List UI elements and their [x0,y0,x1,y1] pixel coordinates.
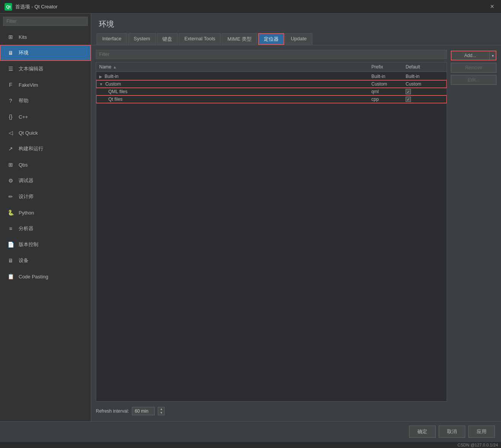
refresh-row: Refresh interval: ▲ ▼ [96,405,447,417]
bottom-bar: 确定 取消 应用 [0,421,501,442]
fakevim-icon: F [6,81,15,89]
tab-mime[interactable]: MIME 类型 [222,33,257,45]
cancel-button[interactable]: 取消 [439,426,465,438]
app-icon: Qt [5,3,12,11]
tree-table: Name ▲ Prefix Default ▶ Built-in [96,62,447,402]
sidebar-item-kits[interactable]: ⊞ Kits [0,29,91,45]
right-pane: Add... ▾ Remove Edit... [451,50,496,417]
add-dropdown-button[interactable]: ▾ [489,51,496,60]
sidebar-label: Qbs [19,162,28,168]
sidebar-item-code-pasting[interactable]: 📋 Code Pasting [0,268,91,284]
table-row-qml[interactable]: QML files qml ✓ [96,88,447,95]
sidebar-label: 帮助 [19,97,29,104]
table-row[interactable]: ▶ Built-in Built-in Built-in [96,73,447,80]
table-row-custom[interactable]: ▼ Custom Custom Custom [96,80,447,88]
tab-external-tools[interactable]: External Tools [179,33,221,45]
sidebar-scroll: ⊞ Kits 🖥 环境 ☰ 文本编辑器 F FakeVim ? 帮助 {} C+… [0,29,91,421]
sidebar-label: 版本控制 [19,241,38,248]
expand-icon: ▶ [99,75,102,79]
sidebar-item-debugger[interactable]: ⚙ 调试器 [0,173,91,189]
sidebar-item-devices[interactable]: 🖥 设备 [0,253,91,268]
sidebar-item-environment[interactable]: 🖥 环境 [0,45,91,61]
tab-update[interactable]: Update [285,33,312,45]
sidebar-item-qt-quick[interactable]: ◁ Qt Quick [0,125,91,141]
title-bar: Qt 首选项 - Qt Creator × [0,0,501,14]
sidebar-item-help[interactable]: ? 帮助 [0,93,91,109]
expand-icon: ▼ [99,82,103,86]
row-name: Custom [105,81,121,87]
tab-interface[interactable]: Interface [97,33,127,45]
sidebar-label: 分析器 [19,225,33,232]
cpp-icon: {} [6,113,15,121]
confirm-button[interactable]: 确定 [409,426,436,438]
sidebar-label: 构建和运行 [19,145,43,152]
main-panel: 环境 InterfaceSystem键盘External ToolsMIME 类… [91,14,501,421]
debugger-icon: ⚙ [6,176,15,185]
refresh-input[interactable] [132,407,155,415]
sidebar-item-build-run[interactable]: ↗ 构建和运行 [0,141,91,157]
sidebar-item-text-editor[interactable]: ☰ 文本编辑器 [0,61,91,77]
sidebar-item-vcs[interactable]: 📄 版本控制 [0,237,91,253]
sidebar-item-fakevim[interactable]: F FakeVim [0,77,91,93]
sidebar-label: C++ [19,114,28,120]
apply-button[interactable]: 应用 [468,426,495,438]
analyzer-icon: ≡ [6,224,15,233]
spinner-down[interactable]: ▼ [158,411,164,415]
remove-button[interactable]: Remove [451,63,496,73]
sidebar-item-python[interactable]: 🐍 Python [0,205,91,221]
checkbox[interactable]: ✓ [406,89,411,94]
row-default: ✓ [406,97,444,102]
sidebar-item-qbs[interactable]: ⊞ Qbs [0,157,91,173]
environment-icon: 🖥 [6,49,15,57]
sidebar-item-designer[interactable]: ✏ 设计师 [0,189,91,205]
qbs-icon: ⊞ [6,160,15,169]
sidebar-filter-input[interactable] [3,17,88,26]
tab-content: Name ▲ Prefix Default ▶ Built-in [91,45,501,421]
row-prefix: qml [371,89,406,94]
tab-filter-input[interactable] [96,50,447,59]
tab-keyboard[interactable]: 键盘 [157,33,178,45]
row-name: Qt files [108,97,122,102]
code-pasting-icon: 📋 [6,272,15,281]
panel-title: 环境 [91,14,501,33]
row-prefix: cpp [371,97,406,102]
sidebar-item-analyzer[interactable]: ≡ 分析器 [0,221,91,237]
table-row-qt[interactable]: Qt files cpp ✓ [96,95,447,103]
status-bar: CSDN @127.0.0.1/24 [0,442,501,448]
window-title: 首选项 - Qt Creator [15,3,57,10]
help-icon: ? [6,97,15,105]
left-pane: Name ▲ Prefix Default ▶ Built-in [96,50,447,417]
vcs-icon: 📄 [6,240,15,249]
row-name: QML files [108,89,127,94]
sidebar-label: FakeVim [19,82,38,88]
header-default: Default [406,64,444,70]
sidebar: ⊞ Kits 🖥 环境 ☰ 文本编辑器 F FakeVim ? 帮助 {} C+… [0,14,91,421]
sidebar-label: 设计师 [19,193,33,200]
add-button-container: Add... ▾ [451,51,496,60]
sidebar-label: Kits [19,34,27,40]
row-prefix: Custom [371,81,406,87]
tree-body: ▶ Built-in Built-in Built-in ▼ [96,72,447,104]
header-prefix: Prefix [371,64,406,70]
sidebar-item-cpp[interactable]: {} C++ [0,109,91,125]
spinner: ▲ ▼ [158,407,165,415]
tab-system[interactable]: System [128,33,156,45]
row-default: ✓ [406,89,444,94]
title-bar-left: Qt 首选项 - Qt Creator [5,3,57,11]
add-button[interactable]: Add... [451,51,489,60]
python-icon: 🐍 [6,208,15,217]
status-text: CSDN @127.0.0.1/24 [457,443,498,447]
edit-button[interactable]: Edit... [451,75,496,85]
close-button[interactable]: × [488,2,496,11]
sidebar-label: Qt Quick [19,130,38,136]
sidebar-label: 设备 [19,257,29,264]
designer-icon: ✏ [6,192,15,201]
sort-icon: ▲ [113,65,117,69]
tab-locator[interactable]: 定位器 [258,33,284,45]
spinner-up[interactable]: ▲ [158,407,164,411]
tree-header: Name ▲ Prefix Default [96,62,447,72]
checkbox[interactable]: ✓ [406,97,411,102]
row-name: Built-in [105,74,119,79]
sidebar-label: 文本编辑器 [19,65,43,72]
sidebar-label: 调试器 [19,177,33,184]
